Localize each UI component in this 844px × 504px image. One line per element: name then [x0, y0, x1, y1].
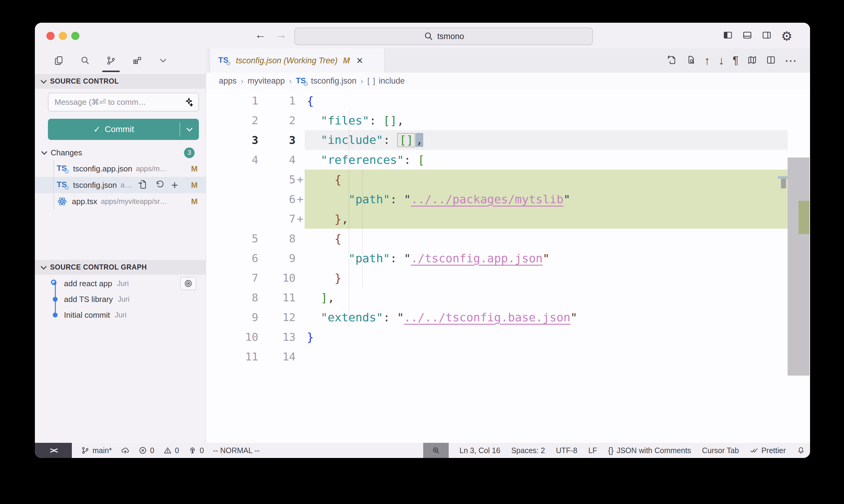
discard-button[interactable]	[154, 179, 165, 191]
tab-bar: TS⚙ tsconfig.json (Working Tree) M × ↑↓¶…	[206, 49, 810, 73]
activity-item-files[interactable]	[54, 49, 64, 73]
file-name: tsconfig.json	[73, 181, 117, 190]
arrow-up-button[interactable]: ↑	[704, 55, 710, 66]
breadcrumb-item-tsconfig.json[interactable]: TS⚙tsconfig.json	[296, 76, 357, 86]
open-changes-icon	[667, 55, 677, 65]
warning-count[interactable]: 0	[163, 446, 179, 455]
cursor-tab[interactable]: Cursor Tab	[702, 446, 739, 455]
code-text: "path": "./tsconfig.app.json"	[307, 252, 550, 265]
file-search-icon	[686, 55, 696, 65]
commit-row-initial-commit[interactable]: Initial commitJuri	[35, 307, 206, 323]
remote-indicator[interactable]: ><	[35, 443, 72, 458]
breadcrumb-item-myviteapp[interactable]: myviteapp	[248, 76, 285, 86]
commit-button[interactable]: ✓ Commit	[48, 119, 199, 140]
sparkle-icon[interactable]	[183, 97, 193, 107]
activity-item-extensions[interactable]	[132, 49, 142, 73]
map-button[interactable]	[747, 55, 757, 66]
open-changes-button[interactable]	[667, 55, 677, 66]
vim-mode[interactable]: -- NORMAL --	[213, 446, 259, 455]
code-line-11[interactable]: 811 ],	[206, 288, 810, 307]
go-to-file-button[interactable]	[137, 179, 148, 191]
target-button[interactable]	[180, 277, 196, 290]
gear-icon: ⚙	[781, 30, 792, 43]
indentation[interactable]: Spaces: 2	[511, 446, 545, 455]
pilcrow-button[interactable]: ¶	[733, 55, 739, 66]
zoom-indicator[interactable]	[423, 443, 449, 458]
brackets-icon: [ ]	[367, 76, 376, 86]
code-line-9[interactable]: 69 "path": "./tsconfig.app.json"	[206, 248, 810, 268]
arrow-up-icon: ↑	[704, 55, 710, 66]
activity-item-source-control[interactable]	[106, 49, 116, 73]
code-line-3[interactable]: 33 "include": [],	[206, 130, 810, 150]
bracket-match-highlight: []	[397, 133, 415, 147]
new-line-number: 2	[258, 114, 296, 127]
commit-message-input[interactable]	[55, 97, 183, 107]
source-control-header[interactable]: SOURCE CONTROL	[35, 74, 206, 89]
new-line-number: 7+	[258, 213, 296, 225]
ellipsis-icon: ⋯	[785, 55, 797, 67]
code-line-2[interactable]: 22 "files": [],	[206, 111, 810, 130]
code-line-5[interactable]: 5+ {	[206, 169, 810, 189]
layout-sidebar-left-button[interactable]	[723, 30, 733, 43]
commit-row-add-react-app[interactable]: add react appJuri	[35, 276, 206, 291]
code-line-1[interactable]: 11{	[206, 91, 810, 111]
file-search-button[interactable]	[686, 55, 696, 66]
new-line-number: 8	[258, 232, 296, 245]
tab-close-icon[interactable]: ×	[357, 54, 363, 67]
notifications[interactable]	[797, 446, 805, 455]
breadcrumb-item-apps[interactable]: apps	[219, 76, 237, 86]
split-editor-button[interactable]	[766, 55, 776, 66]
code-line-8[interactable]: 58 {	[206, 229, 810, 248]
close-window-button[interactable]	[46, 32, 55, 40]
commit-row-add-ts-library[interactable]: add TS libraryJuri	[35, 291, 206, 307]
source-control-graph-header[interactable]: SOURCE CONTROL GRAPH	[35, 260, 206, 275]
commit-graph-list: add react appJuriadd TS libraryJuriIniti…	[35, 276, 206, 323]
changes-section-header[interactable]: Changes 3	[35, 145, 206, 160]
arrow-down-button[interactable]: ↓	[719, 55, 724, 66]
change-row-tsconfig.json[interactable]: TS⚙tsconfig.jsona…+M	[35, 177, 206, 193]
commit-author: Juri	[117, 279, 129, 288]
discard-icon	[154, 179, 165, 190]
code-line-12[interactable]: 912 "extends": "../../tsconfig.base.json…	[206, 307, 810, 327]
branch-indicator[interactable]: main*	[81, 446, 112, 455]
formatter[interactable]: Prettier	[750, 446, 786, 455]
code-text: },	[307, 212, 348, 226]
maximize-window-button[interactable]	[71, 32, 80, 40]
code-line-6[interactable]: 6+ "path": "../../packages/mytslib"	[206, 189, 810, 209]
error-count[interactable]: 0	[139, 446, 154, 455]
old-line-number: 11	[206, 350, 258, 363]
gear-button[interactable]: ⚙	[781, 30, 792, 43]
ellipsis-button[interactable]: ⋯	[785, 55, 797, 67]
sparkle-icon	[183, 97, 193, 107]
publish-button[interactable]	[121, 446, 130, 455]
cursor-position[interactable]: Ln 3, Col 16	[460, 446, 500, 455]
scrollbar[interactable]	[788, 158, 809, 376]
file-name: app.tsx	[72, 197, 97, 206]
code-line-7[interactable]: 7+ },	[206, 209, 810, 229]
language-mode[interactable]: {}JSON with Comments	[608, 446, 691, 455]
code-line-4[interactable]: 44 "references": [	[206, 150, 810, 169]
command-center-search[interactable]: tsmono	[294, 28, 593, 45]
code-line-10[interactable]: 710 }	[206, 268, 810, 288]
plus-button[interactable]: +	[171, 179, 178, 191]
commit-dropdown-button[interactable]	[180, 127, 199, 131]
activity-item-search[interactable]	[80, 49, 90, 73]
port-forward-count[interactable]: 0	[188, 446, 204, 455]
forward-button[interactable]: →	[275, 28, 287, 41]
eol[interactable]: LF	[588, 446, 597, 455]
code-line-14[interactable]: 1114	[206, 347, 810, 366]
layout-panel-button[interactable]	[742, 30, 753, 43]
code-line-13[interactable]: 1013}	[206, 327, 810, 347]
minimize-window-button[interactable]	[59, 32, 67, 40]
change-row-app.tsx[interactable]: app.tsxapps/myviteapp/sr…M	[35, 193, 206, 210]
diff-editor[interactable]: 11{22 "files": [],33 "include": [],44 "r…	[206, 89, 810, 443]
layout-sidebar-right-button[interactable]	[761, 30, 772, 43]
overlay-widget	[778, 176, 788, 179]
encoding[interactable]: UTF-8	[556, 446, 578, 455]
tab-tsconfig-working-tree[interactable]: TS⚙ tsconfig.json (Working Tree) M ×	[209, 49, 385, 73]
search-icon	[423, 31, 433, 41]
activity-item-chevron-down[interactable]	[158, 49, 168, 73]
breadcrumb-item-include[interactable]: [ ]include	[367, 76, 405, 86]
back-button[interactable]: ←	[255, 28, 266, 41]
change-row-tsconfig.app.json[interactable]: TS⚙tsconfig.app.jsonapps/m…M	[35, 161, 206, 177]
